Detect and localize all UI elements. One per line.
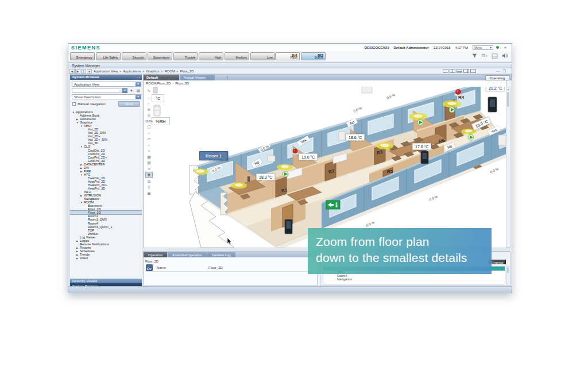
percent-label: 0.0 % — [258, 143, 271, 153]
zoom-in-icon[interactable]: ⊕ — [146, 107, 152, 112]
zoom-out-icon[interactable]: ⊖ — [146, 113, 152, 118]
pan-left-icon[interactable]: ← — [146, 101, 152, 106]
filter-icon[interactable] — [472, 53, 477, 59]
zoom-selection-icon[interactable]: ⌕ — [146, 142, 152, 148]
percent-label: 0.0 % — [427, 194, 439, 202]
crop-frame-icon[interactable]: ⌗ — [146, 148, 152, 153]
manual-navigation-checkbox[interactable] — [72, 102, 76, 106]
list-lines-icon[interactable]: ≡ — [146, 167, 152, 172]
breadcrumb-item-applications[interactable]: Applications — [123, 70, 141, 73]
page-icon[interactable]: ▯ — [146, 184, 152, 190]
layout-icon[interactable] — [492, 53, 498, 59]
app-window: SIEMENS DESIGOCCV21 Default Administrato… — [68, 43, 512, 293]
status-button-high[interactable]: High — [199, 52, 223, 60]
scrollbar-thumb[interactable] — [507, 92, 509, 107]
viewer-path[interactable]: ROOM/Floor_3D — [146, 82, 171, 85]
forward-icon[interactable]: ▶ — [75, 69, 80, 74]
list-scrollbar[interactable] — [506, 266, 509, 284]
graphics-canvas[interactable]: ✎→←⊕⊖ 100% ▢⌕▭⌕⌗▦▤≡✥⧉▯▣ °C%RHRoom 118.3 … — [143, 87, 506, 248]
search-icon: ⌕ — [119, 89, 121, 93]
pin-icon[interactable]: ▪ ▪ — [137, 76, 140, 79]
status-button-medium[interactable]: Medium — [225, 52, 249, 60]
tab-extended-operation[interactable]: Extended Operation — [168, 252, 207, 257]
view-selector[interactable]: Application View ▼ — [72, 82, 141, 87]
canvas-vertical-scrollbar[interactable]: ▲ — [506, 87, 510, 248]
percent-label: 0.0 % — [210, 164, 223, 174]
breadcrumb-item-floor-3d[interactable]: Floor_3D — [180, 70, 194, 73]
titlebar: SIEMENS DESIGOCCV21 Default Administrato… — [68, 44, 512, 51]
filter-icon[interactable]: ▼̶ — [130, 88, 133, 92]
system-browser-panel: System Browser ▪ ▪ Application View ▼ ⌕ … — [69, 74, 142, 288]
room-door-label: R3 — [376, 149, 383, 156]
pan-right-icon[interactable]: → — [146, 95, 152, 100]
status-button-emergency[interactable]: Emergency — [70, 52, 95, 60]
status-button-supervisory[interactable]: Supervisory — [148, 52, 172, 60]
search-input[interactable]: ⌕ — [72, 88, 122, 93]
viewer-toolbar: ✎→←⊕⊖ 100% ▢⌕▭⌕⌗▦▤≡✥⧉▯▣ — [145, 88, 153, 196]
favorite-icon[interactable]: ★ — [87, 69, 92, 74]
temperature-label: 18.9 °C — [471, 117, 492, 131]
room-door-label: R1 — [281, 187, 288, 194]
status-button-label: Life Safety — [103, 56, 118, 59]
status-button-low[interactable]: Low — [250, 52, 275, 60]
list-item-navigation[interactable]: Navigation — [323, 277, 505, 281]
zoom-area-icon[interactable]: ⌕ — [146, 130, 152, 136]
layout-single-icon[interactable] — [443, 69, 448, 73]
tab-operation[interactable]: Operation — [144, 252, 167, 257]
pan-tool-icon[interactable]: ✥ — [146, 172, 152, 178]
menu-dropdown[interactable]: Menu ▾ — [473, 45, 493, 50]
recently-viewed-bar[interactable]: Recently Viewed — [70, 279, 142, 283]
breadcrumb-item-application-view[interactable]: Application View — [94, 70, 118, 73]
fit-view-icon[interactable]: ▭ — [146, 136, 152, 141]
breadcrumb-separator: ▸ — [119, 70, 121, 73]
status-button-trouble[interactable]: Trouble — [173, 52, 198, 60]
status-button-security[interactable]: Security — [122, 52, 146, 60]
print-icon[interactable]: ▣ — [146, 191, 152, 196]
up-level-icon[interactable]: ↥ — [81, 69, 86, 74]
send-button[interactable]: Send — [118, 101, 140, 107]
edit-icon[interactable]: ✎ — [146, 88, 152, 94]
percent-label: 0.0 % — [351, 105, 364, 114]
breadcrumb-item-room[interactable]: ROOM — [165, 70, 175, 73]
window-status-bar — [68, 286, 512, 293]
tree-item-label: Video — [80, 256, 88, 260]
tree-item-video[interactable]: ▶Video — [70, 256, 142, 260]
status-button-life-safety[interactable]: Life Safety — [96, 52, 121, 60]
layout-custom-icon[interactable] — [470, 69, 476, 73]
grid-icon[interactable]: ▦ — [146, 155, 152, 160]
chevron-down-icon[interactable]: ▼ — [136, 82, 141, 86]
collapse-caret-icon[interactable]: ▲ — [504, 45, 507, 49]
breadcrumb-item-graphics[interactable]: Graphics — [146, 70, 160, 73]
scrollbar-thumb[interactable] — [507, 268, 509, 273]
layout-split-vertical-icon[interactable] — [450, 69, 455, 73]
room-door-label: R6 — [438, 138, 445, 144]
status-button-label: Security — [133, 56, 144, 59]
system-browser-header: System Browser ▪ ▪ — [70, 75, 142, 80]
breadcrumb-separator: ▸ — [161, 70, 163, 73]
save-icon[interactable]: ▤ — [137, 88, 140, 93]
select-rect-icon[interactable]: ▢ — [146, 124, 152, 129]
description-selector[interactable]: Show Description ▼ — [72, 94, 141, 99]
layout-split-right-icon[interactable] — [463, 69, 469, 73]
layers-icon[interactable]: ▤ — [146, 160, 152, 165]
caption-overlay: Zoom from floor plan down to the smalles… — [308, 228, 492, 274]
link-view-icon[interactable]: ⧉ — [146, 179, 152, 184]
chevron-down-icon[interactable]: ▼ — [136, 95, 141, 99]
scroll-up-icon[interactable]: ▲ — [506, 87, 510, 91]
property-value[interactable]: Floor_3D — [208, 266, 223, 269]
fault-button[interactable]: 0/4 Fault — [275, 52, 300, 60]
window-controls[interactable]: — ❐ — [496, 69, 507, 73]
back-icon[interactable]: ◀ — [69, 69, 75, 74]
status-button[interactable]: 0/2 Status — [301, 52, 326, 60]
tab-detailed-log[interactable]: Detailed Log — [207, 252, 235, 257]
layout-split-horizontal-icon[interactable] — [457, 69, 462, 73]
percent-label: 0.0 % — [363, 219, 376, 228]
percent-label: 0.0 % — [385, 92, 397, 101]
chevron-down-icon[interactable]: ▼ — [122, 88, 127, 93]
operating-button[interactable]: Operating — [485, 75, 509, 80]
tab-textual-viewer[interactable]: Textual Viewer — [180, 75, 215, 80]
report-icon[interactable] — [481, 53, 488, 59]
volume-icon[interactable] — [502, 53, 508, 59]
operation-object: Floor_3D — [145, 260, 158, 263]
tab-default[interactable]: Default — [144, 75, 179, 80]
